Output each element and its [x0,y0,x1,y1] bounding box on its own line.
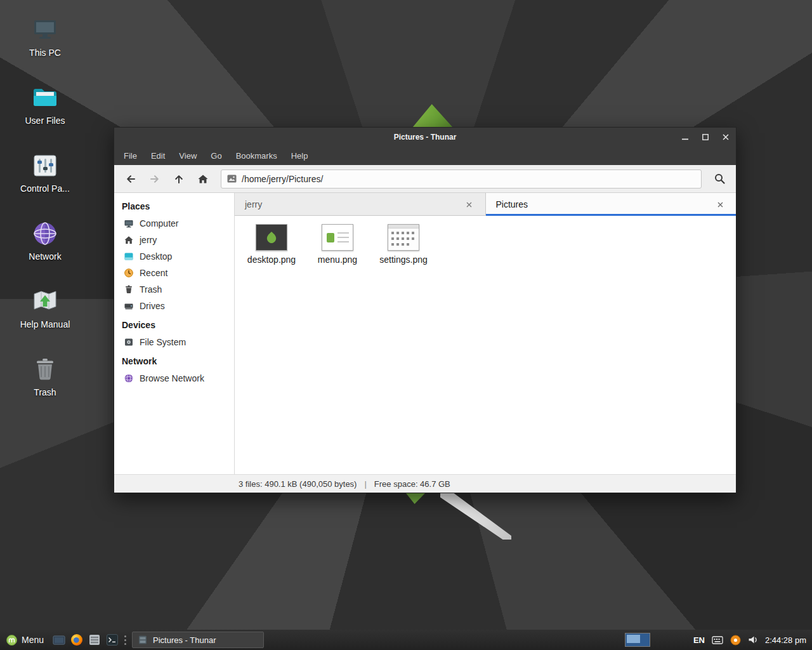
taskbar-window-button[interactable]: Pictures - Thunar [132,632,264,648]
sidebar-item-label: File System [140,337,186,347]
window-controls [675,128,736,147]
sidebar-item-label: Recent [140,268,167,278]
back-button[interactable] [119,168,142,190]
taskbar: Menu Pictures - Thunar EN [0,630,812,650]
minimize-button[interactable] [675,128,695,147]
screen: This PC User Files Control Pa... Network… [0,0,812,650]
filesystem-icon [124,337,134,347]
image-thumbnail [256,224,287,251]
sidebar-item-computer[interactable]: Computer [114,215,234,232]
home-button[interactable] [192,168,214,190]
sidebar-item-file-system[interactable]: File System [114,334,234,350]
clock[interactable]: 2:44:28 pm [765,635,806,645]
image-location-icon [227,175,237,183]
recent-clock-icon [124,268,134,278]
menu-bookmarks[interactable]: Bookmarks [229,147,284,165]
volume-icon[interactable] [748,635,758,645]
drive-icon [124,301,134,311]
file-menu-png[interactable]: menu.png [306,224,369,265]
sidebar-header-network: Network [114,350,234,370]
status-files-text: 3 files: 490.1 kB (490,050 bytes) [239,479,357,489]
menu-go[interactable]: Go [204,147,228,165]
path-text: /home/jerry/Pictures/ [242,174,323,184]
workspace-pager[interactable] [625,633,650,647]
status-free-space-text: Free space: 46.7 GB [374,479,450,489]
up-button[interactable] [167,168,190,190]
sidebar-item-desktop[interactable]: Desktop [114,248,234,265]
menubar: File Edit View Go Bookmarks Help [114,147,736,165]
image-thumbnail [388,224,419,251]
tab-close-icon[interactable] [464,199,475,210]
keyboard-layout-icon[interactable] [712,635,723,646]
desktop-icon-label: Network [29,251,61,262]
window-title: Pictures - Thunar [114,133,736,142]
sidebar-header-places: Places [114,196,234,215]
keyboard-language-indicator[interactable]: EN [693,635,705,645]
sidebar-item-browse-network[interactable]: Browse Network [114,370,234,387]
start-menu-label: Menu [22,635,44,645]
desktop-icon-trash[interactable]: Trash [10,355,80,397]
window-body: Places Computer jerry Desktop Recent [114,193,736,474]
desktop-icon-label: This PC [29,48,61,58]
file-name: settings.png [379,255,428,265]
network-globe-icon [124,373,134,383]
close-button[interactable] [716,128,736,147]
system-tray: EN 2:44:28 pm [625,633,812,647]
sidebar-item-recent[interactable]: Recent [114,265,234,281]
file-settings-png[interactable]: settings.png [372,224,435,265]
sidebar-item-label: jerry [140,235,157,245]
menu-view[interactable]: View [172,147,204,165]
updates-icon[interactable] [730,635,741,646]
tab-jerry[interactable]: jerry [235,193,486,216]
file-name: desktop.png [247,255,296,265]
desktop-icon-label: Trash [34,387,56,397]
maximize-button[interactable] [695,128,716,147]
mint-menu-icon [6,635,17,646]
firefox-launcher[interactable] [68,630,86,650]
trash-icon [124,284,134,295]
taskbar-window-label: Pictures - Thunar [153,635,216,645]
tab-label: Pictures [496,199,528,209]
sidebar-item-jerry[interactable]: jerry [114,232,234,248]
panel-grip-handle[interactable] [121,630,129,650]
desktop-icon-user-files[interactable]: User Files [10,83,80,126]
computer-icon [30,15,60,44]
folder-icon [30,83,60,112]
sidebar-item-label: Drives [140,301,165,311]
desktop-icon-column: This PC User Files Control Pa... Network… [10,15,80,397]
computer-icon [124,218,134,229]
show-desktop-button[interactable] [50,630,68,650]
file-name: menu.png [318,255,357,265]
file-view[interactable]: desktop.png menu.png [235,216,736,474]
desktop-icon-control-panel[interactable]: Control Pa... [10,151,80,194]
tab-pictures[interactable]: Pictures [486,193,737,216]
desktop-icon-label: Help Manual [20,319,70,329]
desktop-icon-this-pc[interactable]: This PC [10,15,80,58]
forward-button[interactable] [143,168,166,190]
menu-help[interactable]: Help [284,147,315,165]
sidebar-item-label: Computer [140,218,178,229]
search-button[interactable] [708,168,731,190]
desktop-icon-help-manual[interactable]: Help Manual [10,287,80,329]
terminal-launcher[interactable] [103,630,121,650]
file-desktop-png[interactable]: desktop.png [240,224,303,265]
tab-close-icon[interactable] [714,199,726,210]
desktop-icon [124,251,134,262]
desktop-icon-label: Control Pa... [20,183,70,194]
image-thumbnail [322,224,353,251]
path-bar[interactable]: /home/jerry/Pictures/ [221,169,702,189]
tab-label: jerry [245,199,262,209]
sidebar-item-drives[interactable]: Drives [114,298,234,314]
trash-icon [30,355,60,384]
desktop-icon-network[interactable]: Network [10,219,80,262]
start-menu-button[interactable]: Menu [0,630,50,650]
thunar-task-icon [138,635,148,645]
sidebar-item-label: Desktop [140,251,172,262]
network-globe-icon [30,219,60,248]
file-manager-launcher[interactable] [86,630,103,650]
menu-edit[interactable]: Edit [144,147,172,165]
sidebar-item-trash[interactable]: Trash [114,281,234,298]
menu-file[interactable]: File [117,147,144,165]
file-pane: jerry Pictures [235,193,736,474]
titlebar[interactable]: Pictures - Thunar [114,128,736,147]
